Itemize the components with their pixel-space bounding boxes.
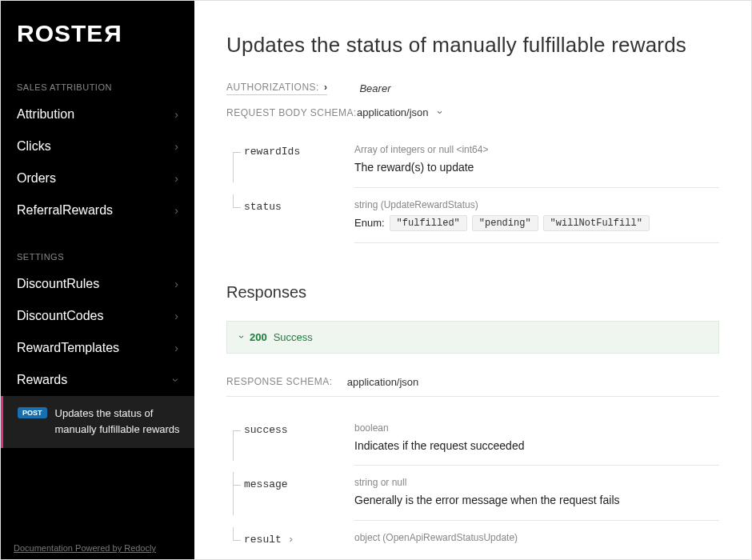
page-title: Updates the status of manually fulfillab…	[226, 33, 719, 58]
nav-section-header: SETTINGS	[1, 246, 194, 268]
response-code: 200	[250, 331, 267, 343]
param-type: string (UpdateRewardStatus)	[354, 199, 719, 210]
param-type: Array of integers or null <int64>	[354, 144, 719, 155]
sidebar-item-rewardtemplates[interactable]: RewardTemplates ›	[1, 332, 194, 364]
sidebar-item-label: DiscountRules	[17, 277, 99, 291]
chevron-right-icon: ›	[174, 278, 178, 290]
nav-section-header: SALES ATTRIBUTION	[1, 76, 194, 98]
param-name: status	[244, 194, 282, 213]
param-row: result › object (OpenApiRewardStatusUpda…	[226, 521, 719, 559]
param-type: boolean	[354, 422, 719, 434]
response-success-toggle[interactable]: › 200 Success	[226, 321, 719, 354]
chevron-right-icon: ›	[174, 310, 178, 322]
sidebar-item-label: RewardTemplates	[17, 341, 119, 355]
chevron-down-icon: ›	[236, 335, 247, 338]
param-row: message string or null Generally is the …	[226, 466, 719, 521]
authorizations-value: Bearer	[359, 82, 390, 94]
enum-value: "fulfilled"	[390, 215, 467, 231]
chevron-down-icon: ›	[170, 378, 183, 382]
responses-heading: Responses	[226, 283, 719, 302]
chevron-right-icon: ›	[324, 82, 328, 93]
sidebar-subitem-label: Updates the status of manually fulfillab…	[55, 406, 180, 437]
chevron-right-icon: ›	[174, 108, 178, 121]
authorizations-label[interactable]: AUTHORIZATIONS: ›	[226, 82, 327, 95]
logo: ROSTER	[1, 1, 194, 63]
response-schema-value: application/json	[347, 376, 419, 388]
enum-value: "pending"	[472, 215, 538, 231]
sidebar-item-referralrewards[interactable]: ReferralRewards ›	[1, 194, 194, 226]
sidebar-item-discountcodes[interactable]: DiscountCodes ›	[1, 300, 194, 332]
chevron-right-icon: ›	[174, 172, 178, 185]
sidebar-subitem-active[interactable]: POST Updates the status of manually fulf…	[1, 396, 194, 448]
main-content: Updates the status of manually fulfillab…	[194, 1, 751, 559]
chevron-right-icon: ›	[288, 534, 294, 546]
param-type: object (OpenApiRewardStatusUpdate)	[354, 532, 719, 543]
param-desc: Generally is the error message when the …	[354, 493, 719, 509]
logo-text: ROSTER	[17, 20, 122, 46]
chevron-right-icon: ›	[174, 204, 178, 217]
param-row: success boolean Indicates if the request…	[226, 411, 719, 466]
response-schema-label: RESPONSE SCHEMA:	[226, 376, 333, 387]
sidebar-item-label: Clicks	[17, 139, 51, 154]
enum-value: "willNotFulfill"	[543, 215, 650, 231]
response-message: Success	[274, 331, 313, 343]
param-name: message	[244, 472, 288, 490]
enum-label: Enum:	[354, 217, 385, 229]
chevron-right-icon: ›	[174, 342, 178, 354]
sidebar-item-orders[interactable]: Orders ›	[1, 162, 194, 194]
sidebar-item-label: DiscountCodes	[17, 309, 104, 323]
request-body-schema-label: REQUEST BODY SCHEMA:	[226, 107, 357, 118]
param-row: rewardIds Array of integers or null <int…	[226, 133, 719, 188]
request-params: rewardIds Array of integers or null <int…	[226, 133, 719, 243]
param-name[interactable]: result ›	[244, 527, 294, 546]
sidebar: ROSTER SALES ATTRIBUTION Attribution › C…	[1, 1, 194, 559]
http-method-badge: POST	[18, 407, 47, 418]
sidebar-item-label: Attribution	[17, 107, 74, 122]
chevron-down-icon: ›	[434, 110, 446, 114]
param-name: rewardIds	[244, 139, 300, 158]
sidebar-footer-link[interactable]: Documentation Powered by Redocly	[1, 537, 194, 559]
param-type: string or null	[354, 477, 719, 488]
param-desc: Indicates if the request succeeded	[354, 438, 719, 454]
sidebar-item-clicks[interactable]: Clicks ›	[1, 130, 194, 162]
param-desc: The reward(s) to update	[354, 160, 719, 176]
sidebar-item-label: ReferralRewards	[17, 203, 113, 218]
request-body-schema-dropdown[interactable]: application/json ›	[357, 106, 442, 118]
param-name: success	[244, 418, 288, 436]
sidebar-item-label: Rewards	[17, 373, 67, 387]
sidebar-item-discountrules[interactable]: DiscountRules ›	[1, 268, 194, 300]
response-params: success boolean Indicates if the request…	[226, 411, 719, 559]
chevron-right-icon: ›	[174, 140, 178, 153]
sidebar-item-rewards[interactable]: Rewards ›	[1, 364, 194, 396]
param-row: status string (UpdateRewardStatus) Enum:…	[226, 188, 719, 243]
sidebar-item-label: Orders	[17, 171, 56, 186]
sidebar-item-attribution[interactable]: Attribution ›	[1, 98, 194, 130]
